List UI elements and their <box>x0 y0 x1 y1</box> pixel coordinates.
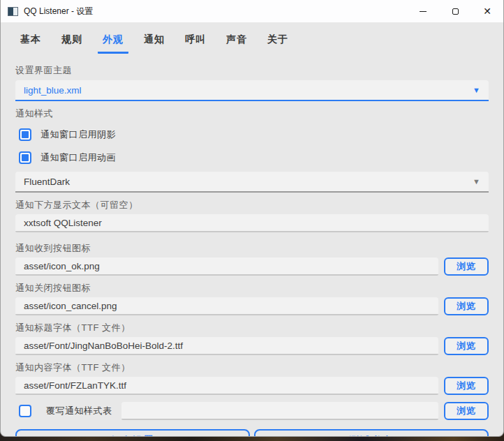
cancel-icon-browse-button[interactable]: 浏览 <box>444 297 489 315</box>
cancel-icon-row: 浏览 <box>15 297 489 315</box>
close-button[interactable]: ✕ <box>471 0 503 22</box>
minimize-icon <box>420 11 427 12</box>
app-icon <box>8 7 18 16</box>
test-popup-button[interactable]: 测试弹窗 <box>254 429 489 437</box>
title-font-input[interactable] <box>15 337 438 355</box>
save-settings-button[interactable]: 保存设置 <box>15 429 250 437</box>
shadow-checkbox-row: 通知窗口启用阴影 <box>15 126 489 143</box>
maximize-icon <box>452 8 459 15</box>
bottom-text-input[interactable] <box>15 214 489 232</box>
content-font-label: 通知内容字体（TTF 文件） <box>15 361 489 374</box>
content-font-browse-button[interactable]: 浏览 <box>444 377 489 395</box>
tab-appearance[interactable]: 外观 <box>98 29 128 54</box>
close-icon: ✕ <box>483 6 491 16</box>
cancel-icon-input[interactable] <box>15 297 438 315</box>
theme-select-value: light_blue.xml <box>24 85 82 96</box>
override-stylesheet-browse-button[interactable]: 浏览 <box>444 402 489 420</box>
window-style-select-value: FluentDark <box>24 177 70 187</box>
action-buttons: 保存设置 测试弹窗 <box>15 429 489 437</box>
theme-label: 设置界面主题 <box>15 64 489 77</box>
tab-bar: 基本 规则 外观 通知 呼叫 声音 关于 <box>1 22 503 54</box>
window-controls: ✕ <box>407 0 503 22</box>
tab-basic[interactable]: 基本 <box>15 29 46 54</box>
bottom-text-label: 通知下方显示文本（可留空） <box>15 199 489 211</box>
override-stylesheet-input[interactable] <box>121 402 439 420</box>
animation-checkbox-label: 通知窗口启用动画 <box>40 151 116 164</box>
window-style-select[interactable]: FluentDark ▼ <box>15 172 489 193</box>
settings-window: QQ Listener - 设置 ✕ 基本 规则 外观 通知 呼叫 声音 关于 … <box>0 0 504 437</box>
window-title: QQ Listener - 设置 <box>24 6 93 17</box>
minimize-button[interactable] <box>407 0 439 22</box>
tab-sound[interactable]: 声音 <box>221 29 252 54</box>
tab-notification[interactable]: 通知 <box>139 29 170 54</box>
ok-icon-label: 通知收到按钮图标 <box>15 242 489 255</box>
override-stylesheet-checkbox[interactable] <box>19 405 31 417</box>
tab-call[interactable]: 呼叫 <box>180 29 211 54</box>
override-stylesheet-label: 覆写通知样式表 <box>46 405 112 417</box>
ok-icon-browse-button[interactable]: 浏览 <box>444 257 489 276</box>
ok-icon-input[interactable] <box>15 257 438 276</box>
title-font-row: 浏览 <box>15 337 489 355</box>
animation-checkbox-row: 通知窗口启用动画 <box>15 149 489 166</box>
animation-checkbox[interactable] <box>19 151 31 164</box>
chevron-down-icon: ▼ <box>473 86 480 94</box>
title-font-label: 通知标题字体（TTF 文件） <box>15 322 489 334</box>
maximize-button[interactable] <box>439 0 471 22</box>
chevron-down-icon: ▼ <box>473 177 480 186</box>
override-stylesheet-row: 覆写通知样式表 浏览 <box>15 402 489 420</box>
notify-style-label: 通知样式 <box>15 107 489 120</box>
tab-rules[interactable]: 规则 <box>57 29 87 54</box>
cancel-icon-label: 通知关闭按钮图标 <box>15 282 489 294</box>
appearance-panel: 设置界面主题 light_blue.xml ▼ 通知样式 通知窗口启用阴影 通知… <box>1 54 503 437</box>
shadow-checkbox-label: 通知窗口启用阴影 <box>40 128 116 141</box>
tab-about[interactable]: 关于 <box>262 29 293 54</box>
titlebar: QQ Listener - 设置 ✕ <box>1 0 503 22</box>
content-font-input[interactable] <box>15 377 438 395</box>
content-font-row: 浏览 <box>15 377 489 395</box>
shadow-checkbox[interactable] <box>19 128 31 141</box>
ok-icon-row: 浏览 <box>15 257 489 276</box>
title-font-browse-button[interactable]: 浏览 <box>444 337 489 355</box>
theme-select[interactable]: light_blue.xml ▼ <box>15 80 489 101</box>
